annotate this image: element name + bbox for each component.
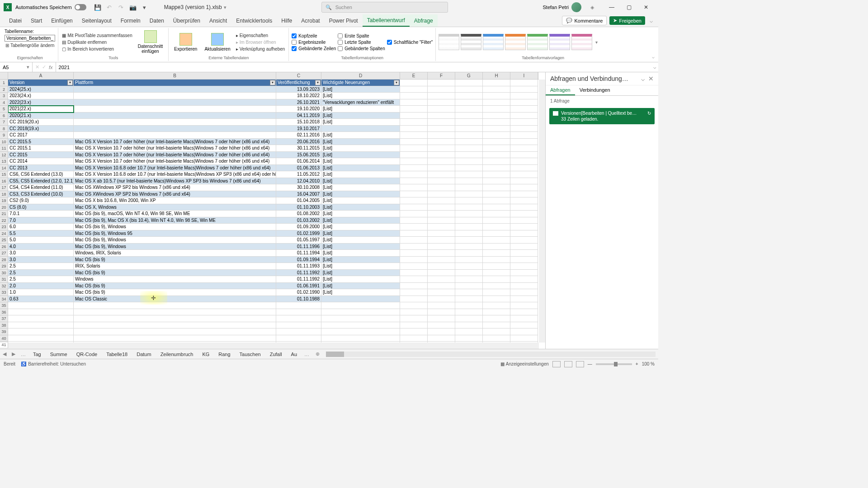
cell[interactable]: 01.11.1992 bbox=[276, 276, 321, 283]
cell[interactable]: 01.10.1988 bbox=[276, 296, 321, 303]
cell[interactable]: CS (8.0) bbox=[8, 204, 74, 211]
refresh-button[interactable]: Aktualisieren bbox=[202, 32, 233, 52]
cell[interactable] bbox=[483, 263, 510, 270]
cell[interactable]: Mac OS (bis 9), Windows bbox=[74, 237, 276, 244]
banded-rows-check[interactable]: Gebänderte Zeilen bbox=[292, 46, 336, 51]
cell[interactable] bbox=[483, 99, 510, 106]
cell[interactable] bbox=[455, 322, 483, 329]
row-header[interactable]: 37 bbox=[0, 315, 8, 322]
cell[interactable]: CC 2015.5 bbox=[8, 139, 74, 145]
cell[interactable] bbox=[428, 217, 455, 224]
cell[interactable] bbox=[74, 322, 276, 329]
cell[interactable] bbox=[483, 165, 510, 172]
cell[interactable] bbox=[483, 237, 510, 244]
cell[interactable]: [List] bbox=[321, 86, 400, 93]
cell[interactable] bbox=[321, 126, 400, 132]
cell[interactable] bbox=[321, 309, 400, 316]
cell[interactable] bbox=[428, 309, 455, 316]
cell[interactable]: Mac OS (bis 9), Windows bbox=[74, 224, 276, 230]
cell[interactable] bbox=[510, 158, 538, 165]
cell[interactable] bbox=[455, 132, 483, 139]
cell[interactable] bbox=[74, 335, 276, 342]
cell[interactable] bbox=[74, 309, 276, 316]
row-header[interactable]: 40 bbox=[0, 335, 8, 342]
cell[interactable] bbox=[455, 270, 483, 277]
ribbon-tab-einfügen[interactable]: Einfügen bbox=[47, 14, 77, 27]
zoom-level[interactable]: 100 % bbox=[642, 361, 655, 366]
cell[interactable]: 1.0 bbox=[8, 289, 74, 296]
cell[interactable] bbox=[74, 86, 276, 93]
sheet-tab[interactable]: Tag bbox=[28, 349, 46, 359]
cell[interactable]: 02.11.2016 bbox=[276, 132, 321, 139]
cell[interactable] bbox=[483, 113, 510, 119]
cell[interactable]: 26.10.2021 bbox=[276, 99, 321, 106]
row-header[interactable]: 11 bbox=[0, 145, 8, 152]
cell[interactable]: [List] bbox=[321, 237, 400, 244]
cell[interactable] bbox=[455, 335, 483, 342]
cell[interactable] bbox=[510, 113, 538, 119]
cell[interactable] bbox=[428, 126, 455, 132]
ribbon-tab-tabellenentwurf[interactable]: Tabellenentwurf bbox=[363, 14, 410, 27]
cell[interactable] bbox=[483, 145, 510, 152]
cell[interactable] bbox=[510, 184, 538, 191]
cell[interactable]: [List] bbox=[321, 165, 400, 172]
cell[interactable] bbox=[455, 289, 483, 296]
cell[interactable] bbox=[400, 322, 428, 329]
table-header-cell[interactable]: Wichtigste Neuerungen▼ bbox=[321, 80, 400, 86]
minimize-button[interactable]: — bbox=[603, 1, 620, 14]
cell[interactable]: [List] bbox=[321, 244, 400, 250]
spreadsheet-grid[interactable]: ABCDEFGHI 123456789101112131415161718192… bbox=[0, 72, 545, 349]
cell[interactable]: [List] bbox=[321, 197, 400, 204]
cell[interactable] bbox=[400, 257, 428, 263]
cell[interactable]: Mac OS (bis 9) bbox=[74, 257, 276, 263]
cell[interactable] bbox=[483, 132, 510, 139]
cell[interactable]: [List] bbox=[321, 113, 400, 119]
cell[interactable] bbox=[483, 296, 510, 303]
name-box[interactable]: A5 ▾ bbox=[0, 62, 33, 72]
row-header[interactable]: 10 bbox=[0, 139, 8, 145]
tab-connections[interactable]: Verbindungen bbox=[575, 85, 615, 95]
cell[interactable] bbox=[8, 322, 74, 329]
cell[interactable] bbox=[400, 289, 428, 296]
styles-more-icon[interactable]: ▾ bbox=[594, 38, 599, 47]
cell[interactable] bbox=[276, 302, 321, 309]
cell[interactable] bbox=[455, 230, 483, 237]
cell[interactable] bbox=[510, 171, 538, 178]
cell[interactable] bbox=[428, 224, 455, 230]
cell[interactable] bbox=[510, 244, 538, 250]
cell[interactable] bbox=[455, 302, 483, 309]
cell[interactable] bbox=[510, 191, 538, 198]
cell[interactable] bbox=[455, 296, 483, 303]
cell[interactable]: 01.04.2005 bbox=[276, 197, 321, 204]
cell[interactable]: CS2 (9.0) bbox=[8, 197, 74, 204]
cell[interactable]: Mac OS X Version 10.6.8 oder 10.7 (nur I… bbox=[74, 165, 276, 172]
cell[interactable]: 2022(23.x) bbox=[8, 99, 74, 106]
cell[interactable] bbox=[400, 230, 428, 237]
cell[interactable] bbox=[74, 315, 276, 322]
cell[interactable]: [List] bbox=[321, 257, 400, 263]
cell[interactable] bbox=[455, 217, 483, 224]
ribbon-tab-ansicht[interactable]: Ansicht bbox=[205, 14, 231, 27]
cell[interactable] bbox=[400, 171, 428, 178]
row-header[interactable]: 30 bbox=[0, 270, 8, 277]
zoom-in[interactable]: + bbox=[636, 361, 638, 366]
cell[interactable] bbox=[483, 244, 510, 250]
cell[interactable]: Mac OS X Version 10.6.8 oder 10.7 (nur I… bbox=[74, 171, 276, 178]
row-header[interactable]: 39 bbox=[0, 328, 8, 335]
cell[interactable] bbox=[400, 152, 428, 159]
close-button[interactable]: ✕ bbox=[637, 1, 655, 14]
cell[interactable]: 01.11.1992 bbox=[276, 270, 321, 277]
cell[interactable] bbox=[510, 217, 538, 224]
cell[interactable]: Mac OS X Version 10.7 oder höher (nur In… bbox=[74, 152, 276, 159]
cell[interactable] bbox=[483, 315, 510, 322]
cell[interactable] bbox=[400, 119, 428, 126]
cell[interactable] bbox=[428, 257, 455, 263]
cell[interactable] bbox=[428, 211, 455, 217]
cell[interactable] bbox=[455, 237, 483, 244]
cell[interactable]: 18.10.2022 bbox=[276, 93, 321, 99]
cell[interactable] bbox=[510, 315, 538, 322]
cell[interactable] bbox=[483, 86, 510, 93]
row-header[interactable]: 34 bbox=[0, 296, 8, 303]
cell[interactable] bbox=[428, 191, 455, 198]
cell[interactable]: 5.5 bbox=[8, 230, 74, 237]
